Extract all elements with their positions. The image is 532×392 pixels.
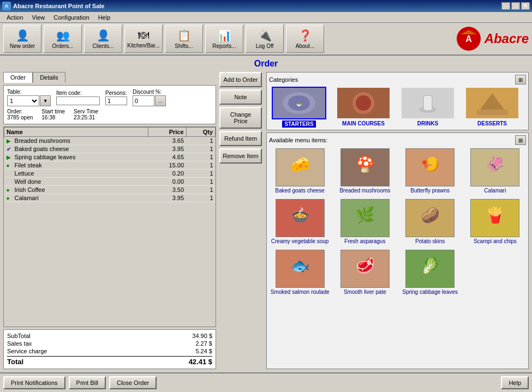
- tab-order[interactable]: Order: [3, 72, 33, 83]
- about-icon: ❓: [298, 29, 312, 42]
- menu-item-cabbage[interactable]: 🥬 Spring cabbage leaves: [399, 249, 461, 296]
- change-price-button[interactable]: Change Price: [219, 107, 262, 129]
- discount-more-button[interactable]: ...: [155, 95, 166, 106]
- menu-item-img-mushrooms: 🍄: [340, 148, 390, 186]
- menu-item-prawns[interactable]: 🍤 Butterfly prawns: [399, 147, 461, 195]
- serv-time-value: 23:25:31: [74, 114, 98, 120]
- action-buttons: Add to Order Note Change Price Refund It…: [219, 72, 263, 369]
- item-price-cell: 0.00: [148, 178, 186, 186]
- menu-item-salmon[interactable]: 🐟 Smoked salmon roulade: [269, 249, 331, 296]
- table-select-button[interactable]: ▼: [40, 95, 51, 106]
- category-starters[interactable]: 🥗STARTERS: [269, 87, 329, 128]
- add-to-order-button[interactable]: Add to Order: [219, 72, 262, 87]
- tab-details[interactable]: Details: [33, 72, 65, 83]
- order-label: Order:: [7, 108, 33, 114]
- menu-item-soup[interactable]: 🍲 Creamy vegetable soup: [269, 198, 331, 245]
- new-order-button[interactable]: 👤 New order: [3, 25, 41, 53]
- order-meta: Order: 3785 open Start time 16:38 Serv T…: [7, 108, 212, 120]
- menu-item-scampi[interactable]: 🍟 Scampi and chips: [464, 198, 526, 245]
- menu-help[interactable]: Help: [94, 13, 115, 22]
- start-time-label: Start time: [41, 108, 65, 114]
- menu-items-view-button[interactable]: ⊞: [515, 135, 526, 145]
- kitchen-button[interactable]: 🍽 Kitchen/Bar...: [124, 25, 163, 53]
- table-row[interactable]: ● Filet steak 15.00 1: [4, 161, 216, 170]
- item-price-cell: 0.20: [148, 170, 186, 178]
- clients-button[interactable]: 👤 Clients...: [84, 25, 122, 53]
- table-select[interactable]: 1: [7, 95, 39, 106]
- help-button[interactable]: Help: [501, 376, 529, 389]
- about-button[interactable]: ❓ About...: [286, 25, 324, 53]
- serv-time-group: Serv Time 23:25:31: [74, 108, 98, 120]
- persons-input[interactable]: [105, 97, 127, 105]
- table-row[interactable]: ● Calamari 3.95 1: [4, 194, 216, 202]
- shifts-button[interactable]: 📋 Shifts...: [165, 25, 203, 53]
- print-notifications-button[interactable]: Print Notifications: [3, 376, 65, 389]
- svg-text:🥬: 🥬: [421, 257, 440, 275]
- menu-view[interactable]: View: [28, 13, 50, 22]
- start-time-value: 16:38: [41, 114, 65, 120]
- menu-items-panel: Available menu items: ⊞ 🧀 Baked goats ch…: [266, 132, 529, 369]
- category-desserts[interactable]: DESSERTS: [462, 87, 522, 128]
- menu-item-goats[interactable]: 🧀 Baked goats cheese: [269, 147, 331, 195]
- abacre-logo: A Abacre: [455, 26, 529, 52]
- service-charge-row: Service charge 5.24 $: [7, 347, 212, 355]
- menu-action[interactable]: Action: [2, 13, 28, 22]
- menu-item-potato[interactable]: 🥔 Potato skins: [399, 198, 461, 245]
- item-price-cell: 4.65: [148, 153, 186, 161]
- maximize-button[interactable]: □: [511, 2, 520, 10]
- reports-button[interactable]: 📊 Reports...: [205, 25, 243, 53]
- menu-item-img-potato: 🥔: [405, 199, 455, 237]
- table-row[interactable]: ✔ Baked goats cheese 3.95 1: [4, 145, 216, 153]
- table-row[interactable]: Well done 0.00 1: [4, 178, 216, 186]
- item-name: Breaded mushrooms: [15, 137, 70, 144]
- categories-grid: 🥗STARTERSMAIN COURSESDRINKSDESSERTS: [269, 87, 526, 128]
- discount-input[interactable]: [133, 95, 154, 106]
- service-charge-label: Service charge: [7, 348, 47, 354]
- menu-item-name-goats: Baked goats cheese: [275, 188, 325, 194]
- note-button[interactable]: Note: [219, 89, 262, 105]
- table-row[interactable]: ● Irish Coffee 3.50 1: [4, 186, 216, 194]
- clients-icon: 👤: [97, 29, 110, 42]
- remove-item-button[interactable]: Remove Item: [219, 148, 262, 164]
- category-main[interactable]: MAIN COURSES: [333, 87, 393, 128]
- category-img-drinks: [401, 87, 455, 119]
- kitchen-icon: 🍽: [138, 29, 149, 41]
- category-label-main: MAIN COURSES: [342, 120, 385, 126]
- close-button[interactable]: ✕: [521, 2, 530, 10]
- close-order-button[interactable]: Close Order: [109, 376, 157, 389]
- item-icon: ●: [7, 162, 13, 168]
- category-img-starters: 🥗: [272, 87, 326, 119]
- category-img-main: [336, 87, 391, 119]
- serv-time-label: Serv Time: [74, 108, 98, 114]
- table-row[interactable]: Lettuce 0.20 1: [4, 170, 216, 178]
- svg-text:🍲: 🍲: [290, 206, 309, 224]
- order-table: Name Price Qty ▶ Breaded mushrooms 3.65 …: [4, 127, 216, 202]
- menu-item-pate[interactable]: 🥩 Smooth liver pate: [334, 249, 396, 296]
- orders-label: Orders...: [52, 43, 74, 49]
- menu-item-img-cabbage: 🥬: [405, 250, 455, 288]
- logoff-button[interactable]: 🔌 Log Off: [246, 25, 284, 53]
- item-name-cell: Well done: [4, 178, 148, 186]
- print-bill-button[interactable]: Print Bill: [69, 376, 106, 389]
- menu-item-img-goats: 🧀: [276, 148, 325, 186]
- menu-item-mushrooms[interactable]: 🍄 Breaded mushrooms: [334, 147, 396, 195]
- right-panel: Categories ⊞ 🥗STARTERSMAIN COURSESDRINKS…: [266, 72, 529, 369]
- menu-item-img-scampi: 🍟: [470, 199, 519, 237]
- table-row[interactable]: ▶ Breaded mushrooms 3.65 1: [4, 137, 216, 145]
- minimize-button[interactable]: ─: [501, 2, 510, 10]
- item-icon: ✔: [7, 146, 13, 152]
- category-label-drinks: DRINKS: [417, 120, 438, 126]
- category-drinks[interactable]: DRINKS: [398, 87, 458, 128]
- item-code-input[interactable]: [56, 97, 100, 105]
- menu-configuration[interactable]: Configuration: [49, 13, 93, 22]
- table-group: Table: 1 ▼: [7, 89, 51, 106]
- menu-item-asparagus[interactable]: 🌿 Fresh asparagus: [334, 198, 396, 245]
- categories-view-button[interactable]: ⊞: [515, 75, 526, 85]
- table-row[interactable]: ▶ Spring cabbage leaves 4.65 1: [4, 153, 216, 161]
- menu-items-title: Available menu items:: [269, 137, 327, 143]
- menu-item-calamari[interactable]: 🦑 Calamari: [464, 147, 526, 195]
- svg-text:A: A: [465, 34, 472, 44]
- total-label: Total: [7, 358, 23, 366]
- orders-button[interactable]: 👥 Orders...: [44, 25, 82, 53]
- refund-item-button[interactable]: Refund Item: [219, 131, 262, 146]
